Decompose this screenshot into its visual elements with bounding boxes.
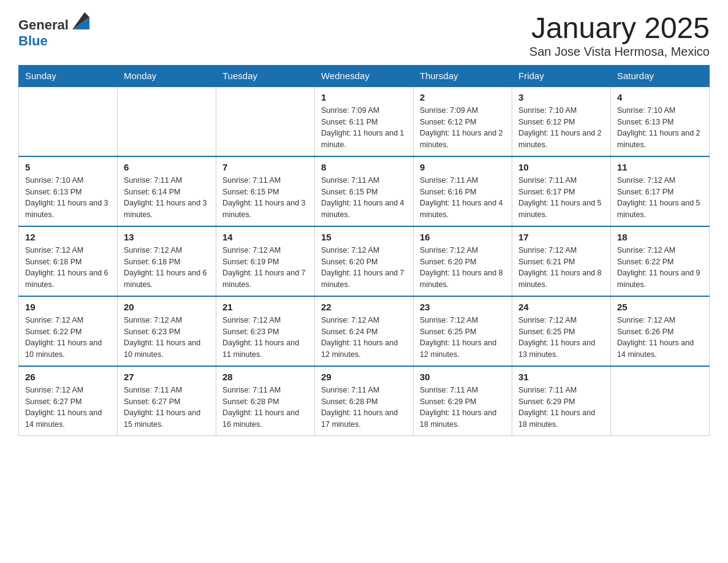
- calendar-cell: [19, 86, 118, 156]
- calendar-body: 1Sunrise: 7:09 AMSunset: 6:11 PMDaylight…: [19, 86, 710, 436]
- day-number: 17: [518, 232, 604, 242]
- day-info: Sunrise: 7:12 AMSunset: 6:17 PMDaylight:…: [617, 175, 703, 221]
- day-header-tuesday: Tuesday: [216, 65, 315, 86]
- day-number: 25: [617, 302, 703, 312]
- calendar-cell: 3Sunrise: 7:10 AMSunset: 6:12 PMDaylight…: [512, 86, 611, 156]
- day-info: Sunrise: 7:11 AMSunset: 6:27 PMDaylight:…: [124, 385, 210, 431]
- day-number: 2: [420, 92, 506, 102]
- day-info: Sunrise: 7:12 AMSunset: 6:26 PMDaylight:…: [617, 315, 703, 361]
- day-number: 12: [25, 232, 111, 242]
- day-number: 29: [321, 372, 407, 382]
- logo-icon: [72, 12, 89, 29]
- calendar-cell: 5Sunrise: 7:10 AMSunset: 6:13 PMDaylight…: [19, 156, 118, 226]
- day-number: 24: [518, 302, 604, 312]
- calendar-cell: 1Sunrise: 7:09 AMSunset: 6:11 PMDaylight…: [315, 86, 414, 156]
- day-number: 13: [124, 232, 210, 242]
- calendar-week-row: 12Sunrise: 7:12 AMSunset: 6:18 PMDayligh…: [19, 226, 710, 296]
- day-info: Sunrise: 7:11 AMSunset: 6:28 PMDaylight:…: [321, 385, 407, 431]
- day-number: 1: [321, 92, 407, 102]
- day-info: Sunrise: 7:11 AMSunset: 6:16 PMDaylight:…: [420, 175, 506, 221]
- calendar-cell: 15Sunrise: 7:12 AMSunset: 6:20 PMDayligh…: [315, 226, 414, 296]
- day-number: 21: [222, 302, 308, 312]
- calendar-cell: 6Sunrise: 7:11 AMSunset: 6:14 PMDaylight…: [118, 156, 216, 226]
- calendar-cell: 18Sunrise: 7:12 AMSunset: 6:22 PMDayligh…: [611, 226, 710, 296]
- day-number: 10: [518, 162, 604, 172]
- day-number: 27: [124, 372, 210, 382]
- calendar-week-row: 26Sunrise: 7:12 AMSunset: 6:27 PMDayligh…: [19, 366, 710, 436]
- calendar-cell: 30Sunrise: 7:11 AMSunset: 6:29 PMDayligh…: [414, 366, 512, 436]
- day-number: 7: [222, 162, 308, 172]
- calendar-cell: 8Sunrise: 7:11 AMSunset: 6:15 PMDaylight…: [315, 156, 414, 226]
- calendar-cell: 21Sunrise: 7:12 AMSunset: 6:23 PMDayligh…: [216, 296, 315, 366]
- day-number: 16: [420, 232, 506, 242]
- day-header-monday: Monday: [118, 65, 216, 86]
- calendar-cell: 13Sunrise: 7:12 AMSunset: 6:18 PMDayligh…: [118, 226, 216, 296]
- day-number: 18: [617, 232, 703, 242]
- calendar-cell: 7Sunrise: 7:11 AMSunset: 6:15 PMDaylight…: [216, 156, 315, 226]
- day-number: 19: [25, 302, 111, 312]
- day-info: Sunrise: 7:10 AMSunset: 6:13 PMDaylight:…: [25, 175, 111, 221]
- day-number: 20: [124, 302, 210, 312]
- day-number: 14: [222, 232, 308, 242]
- day-number: 30: [420, 372, 506, 382]
- logo-text-general: General: [18, 17, 69, 33]
- day-number: 3: [518, 92, 604, 102]
- day-number: 22: [321, 302, 407, 312]
- day-info: Sunrise: 7:12 AMSunset: 6:22 PMDaylight:…: [617, 245, 703, 291]
- calendar-cell: 25Sunrise: 7:12 AMSunset: 6:26 PMDayligh…: [611, 296, 710, 366]
- day-header-wednesday: Wednesday: [315, 65, 414, 86]
- calendar-cell: [118, 86, 216, 156]
- day-info: Sunrise: 7:12 AMSunset: 6:21 PMDaylight:…: [518, 245, 604, 291]
- calendar-table: SundayMondayTuesdayWednesdayThursdayFrid…: [18, 65, 710, 436]
- day-info: Sunrise: 7:12 AMSunset: 6:20 PMDaylight:…: [321, 245, 407, 291]
- day-info: Sunrise: 7:11 AMSunset: 6:15 PMDaylight:…: [321, 175, 407, 221]
- day-info: Sunrise: 7:12 AMSunset: 6:20 PMDaylight:…: [420, 245, 506, 291]
- day-info: Sunrise: 7:12 AMSunset: 6:22 PMDaylight:…: [25, 315, 111, 361]
- page-header: General Blue January 2025 San Jose Vista…: [18, 12, 710, 59]
- day-info: Sunrise: 7:12 AMSunset: 6:25 PMDaylight:…: [518, 315, 604, 361]
- calendar-week-row: 1Sunrise: 7:09 AMSunset: 6:11 PMDaylight…: [19, 86, 710, 156]
- day-info: Sunrise: 7:11 AMSunset: 6:29 PMDaylight:…: [518, 385, 604, 431]
- calendar-cell: 26Sunrise: 7:12 AMSunset: 6:27 PMDayligh…: [19, 366, 118, 436]
- calendar-week-row: 19Sunrise: 7:12 AMSunset: 6:22 PMDayligh…: [19, 296, 710, 366]
- calendar-cell: 12Sunrise: 7:12 AMSunset: 6:18 PMDayligh…: [19, 226, 118, 296]
- day-number: 9: [420, 162, 506, 172]
- day-info: Sunrise: 7:11 AMSunset: 6:29 PMDaylight:…: [420, 385, 506, 431]
- day-info: Sunrise: 7:11 AMSunset: 6:15 PMDaylight:…: [222, 175, 308, 221]
- day-number: 8: [321, 162, 407, 172]
- calendar-cell: 4Sunrise: 7:10 AMSunset: 6:13 PMDaylight…: [611, 86, 710, 156]
- calendar-cell: 14Sunrise: 7:12 AMSunset: 6:19 PMDayligh…: [216, 226, 315, 296]
- location-title: San Jose Vista Hermosa, Mexico: [529, 45, 710, 59]
- month-title: January 2025: [529, 12, 710, 45]
- day-number: 31: [518, 372, 604, 382]
- calendar-cell: 9Sunrise: 7:11 AMSunset: 6:16 PMDaylight…: [414, 156, 512, 226]
- day-info: Sunrise: 7:12 AMSunset: 6:27 PMDaylight:…: [25, 385, 111, 431]
- calendar-cell: 10Sunrise: 7:11 AMSunset: 6:17 PMDayligh…: [512, 156, 611, 226]
- day-info: Sunrise: 7:12 AMSunset: 6:18 PMDaylight:…: [124, 245, 210, 291]
- calendar-week-row: 5Sunrise: 7:10 AMSunset: 6:13 PMDaylight…: [19, 156, 710, 226]
- day-info: Sunrise: 7:12 AMSunset: 6:19 PMDaylight:…: [222, 245, 308, 291]
- calendar-cell: 11Sunrise: 7:12 AMSunset: 6:17 PMDayligh…: [611, 156, 710, 226]
- day-number: 6: [124, 162, 210, 172]
- day-info: Sunrise: 7:10 AMSunset: 6:12 PMDaylight:…: [518, 105, 604, 151]
- day-info: Sunrise: 7:12 AMSunset: 6:23 PMDaylight:…: [222, 315, 308, 361]
- days-header-row: SundayMondayTuesdayWednesdayThursdayFrid…: [19, 65, 710, 86]
- day-info: Sunrise: 7:10 AMSunset: 6:13 PMDaylight:…: [617, 105, 703, 151]
- day-number: 5: [25, 162, 111, 172]
- day-info: Sunrise: 7:12 AMSunset: 6:24 PMDaylight:…: [321, 315, 407, 361]
- day-number: 23: [420, 302, 506, 312]
- day-info: Sunrise: 7:12 AMSunset: 6:23 PMDaylight:…: [124, 315, 210, 361]
- day-header-friday: Friday: [512, 65, 611, 86]
- day-number: 11: [617, 162, 703, 172]
- day-number: 26: [25, 372, 111, 382]
- day-header-sunday: Sunday: [19, 65, 118, 86]
- calendar-cell: 27Sunrise: 7:11 AMSunset: 6:27 PMDayligh…: [118, 366, 216, 436]
- day-info: Sunrise: 7:12 AMSunset: 6:18 PMDaylight:…: [25, 245, 111, 291]
- calendar-cell: 17Sunrise: 7:12 AMSunset: 6:21 PMDayligh…: [512, 226, 611, 296]
- day-info: Sunrise: 7:11 AMSunset: 6:28 PMDaylight:…: [222, 385, 308, 431]
- calendar-cell: 24Sunrise: 7:12 AMSunset: 6:25 PMDayligh…: [512, 296, 611, 366]
- calendar-cell: 16Sunrise: 7:12 AMSunset: 6:20 PMDayligh…: [414, 226, 512, 296]
- day-number: 4: [617, 92, 703, 102]
- calendar-cell: [216, 86, 315, 156]
- day-info: Sunrise: 7:11 AMSunset: 6:14 PMDaylight:…: [124, 175, 210, 221]
